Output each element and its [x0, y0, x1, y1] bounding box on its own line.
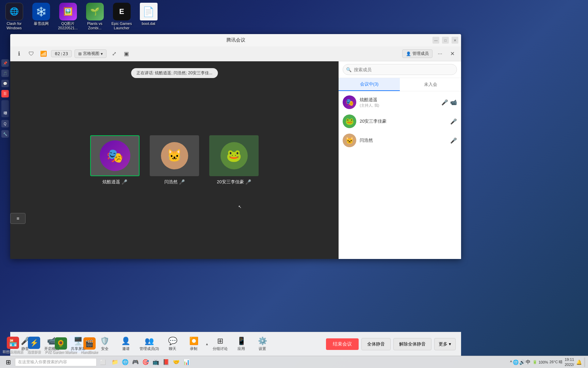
meeting-window: 腾讯会议 — □ ✕ ℹ 🛡 📶 02:23 ⊞ 宫格视图 ▾ ⤢ ▣ 👤 管理…: [10, 34, 461, 259]
task-view-button[interactable]: ⬜: [98, 357, 108, 367]
bottom-icon-xunlei[interactable]: ⚡ 迅雷影音: [27, 337, 41, 354]
participant-mic-icon-2: 🎤: [179, 179, 185, 185]
battery-icon: 🔋: [533, 360, 537, 364]
participant-tile-2: 🐱 闫浩然 🎤: [150, 135, 199, 185]
sidebar-text: 哔哩: [1, 100, 9, 117]
tray-expand-icon[interactable]: ^: [510, 360, 512, 365]
tray-input-icon[interactable]: 中: [526, 359, 530, 365]
more-options-icon[interactable]: ···: [435, 49, 445, 59]
desktop-icons: 🌐 Clash for Windows ❄️ 暴雪战网 🖼️ QQ图片 2022…: [0, 0, 170, 33]
taskbar-clock[interactable]: 19:11 2022/: [565, 357, 574, 367]
participant-video-3[interactable]: 🐸: [209, 135, 259, 176]
speaking-indicator: 正在讲话: 炫酷逍遥; 闫浩然; 20安三李佳...: [131, 68, 218, 78]
desktop-icon-epic[interactable]: E Epic Games Launcher: [109, 1, 134, 32]
search-icon: 🔍: [346, 67, 352, 72]
participant-name-3: 20安三李佳豪 🎤: [217, 179, 251, 185]
meeting-toolbar: ℹ 🛡 📶 02:23 ⊞ 宫格视图 ▾ ⤢ ▣ 👤 管理成员 ··· ✕: [10, 46, 461, 61]
tab-not-joined[interactable]: 未入会: [400, 78, 461, 91]
member-icons-2: 🎤: [450, 118, 457, 125]
desktop-bottom-apps: 🏪 联想应用商店 ⚡ 迅雷影音 🌻 PVZ Garden Warfare 🎬 H…: [0, 335, 588, 356]
tray-volume-icon[interactable]: 🔊: [519, 359, 525, 365]
taskbar-meeting-icon[interactable]: 🤝: [172, 357, 181, 367]
taskbar: ⊞ 在这里输入你要搜索的内容 ⬜ 📁 🌐 🎮 🎯 📺 📕 🤝 📊 ^ 🌐 🔊 中…: [0, 356, 588, 368]
participant-tile-1: 🎭 炫酷逍遥 🎤: [90, 135, 140, 185]
taskbar-chrome-icon[interactable]: 🌐: [120, 357, 130, 367]
taskbar-steam-icon[interactable]: 🎯: [141, 357, 150, 367]
info-icon[interactable]: ℹ: [14, 49, 24, 59]
member-item-1[interactable]: 🎭 炫酷逍遥 (主持人, 我) 🎤 📹: [339, 93, 461, 112]
search-wrap: 🔍: [343, 64, 457, 75]
member-info-1: 炫酷逍遥 (主持人, 我): [360, 97, 438, 108]
member-mic-off-icon-1: 🎤: [441, 99, 448, 106]
toolbar-right: 👤 管理成员 ··· ✕: [402, 49, 457, 59]
member-info-3: 闫浩然: [360, 137, 447, 143]
meeting-content: 正在讲话: 炫酷逍遥; 闫浩然; 20安三李佳... 🎭 炫酷逍遥 🎤: [10, 61, 461, 259]
maximize-button[interactable]: □: [442, 37, 449, 44]
window-controls: — □ ✕: [432, 37, 458, 44]
sidebar-icon-5[interactable]: 🔧: [1, 130, 9, 138]
system-tray: ^ 🌐 🔊 中: [510, 359, 530, 365]
participant-avatar-1: 🎭: [100, 140, 130, 171]
member-item-3[interactable]: 🐱 闫浩然 🎤: [339, 131, 461, 150]
participant-avatar-2: 🐱: [161, 142, 188, 169]
member-list: 🎭 炫酷逍遥 (主持人, 我) 🎤 📹 🐸: [339, 91, 461, 259]
member-avatar-3: 🐱: [343, 134, 356, 147]
member-icons-1: 🎤 📹: [441, 99, 457, 106]
taskbar-extra-icon[interactable]: 📊: [182, 357, 191, 367]
desktop-icon-plants[interactable]: 🌱 Plants vs Zombi...: [82, 1, 108, 32]
signal-icon[interactable]: 📶: [39, 49, 48, 59]
title-bar: 腾讯会议 — □ ✕: [10, 34, 461, 46]
taskbar-osu-icon[interactable]: 🎮: [131, 357, 140, 367]
bottom-icon-pvz[interactable]: 🌻 PVZ Garden Warfare: [45, 337, 77, 354]
bottom-icon-handbrake[interactable]: 🎬 HandBrake: [81, 337, 98, 354]
member-avatar-2: 🐸: [343, 114, 356, 128]
video-area: 正在讲话: 炫酷逍遥; 闫浩然; 20安三李佳... 🎭 炫酷逍遥 🎤: [10, 61, 339, 259]
minimize-button[interactable]: —: [432, 37, 439, 44]
taskbar-status: 🔋 100% 26°C 晴: [533, 359, 563, 365]
notification-icon[interactable]: 🔔: [576, 359, 582, 365]
tray-network-icon[interactable]: 🌐: [513, 359, 519, 365]
window-title: 腾讯会议: [226, 37, 245, 43]
member-cam-icon-1: 📹: [450, 99, 457, 106]
search-bar: 🔍: [339, 61, 461, 78]
fullscreen-icon[interactable]: ⤢: [109, 49, 119, 59]
participant-tile-3: 🐸 20安三李佳豪 🎤: [209, 135, 259, 185]
start-button[interactable]: ⊞: [3, 357, 14, 367]
sidebar-icon-4[interactable]: Q: [1, 120, 9, 127]
member-item-2[interactable]: 🐸 20安三李佳豪 🎤: [339, 112, 461, 131]
desktop-icon-boot[interactable]: 📄 boot.dat: [136, 1, 161, 32]
sidebar-icon-1[interactable]: 📌: [1, 59, 9, 67]
sidebar-icon-2[interactable]: 🎵: [1, 70, 9, 77]
sidebar-icon-baidu[interactable]: 百: [1, 90, 9, 97]
sidebar-icon-3[interactable]: 💬: [1, 80, 9, 87]
taskbar-search[interactable]: 在这里输入你要搜索的内容: [15, 358, 97, 366]
member-icons-3: 🎤: [450, 137, 457, 144]
taskbar-bilibili-icon[interactable]: 📺: [151, 357, 161, 367]
taskbar-right: ^ 🌐 🔊 中 🔋 100% 26°C 晴 19:11 2022/ 🔔: [510, 357, 585, 367]
member-info-2: 20安三李佳豪: [360, 118, 447, 124]
show-desktop-button[interactable]: [584, 357, 585, 367]
toolbar-close-icon[interactable]: ✕: [447, 49, 457, 59]
participant-video-1[interactable]: 🎭: [90, 135, 140, 176]
meeting-list-button[interactable]: ≡: [10, 213, 26, 224]
layout-icon[interactable]: ▣: [121, 49, 131, 59]
taskbar-folder-icon[interactable]: 📁: [110, 357, 120, 367]
desktop-icon-baoxue[interactable]: ❄️ 暴雪战网: [28, 1, 54, 32]
search-input[interactable]: [343, 64, 457, 75]
participant-mic-icon-3: 🎤: [245, 179, 251, 185]
shield-icon[interactable]: 🛡: [27, 49, 36, 59]
view-mode-button[interactable]: ⊞ 宫格视图 ▾: [75, 49, 107, 58]
participant-video-2[interactable]: 🐱: [150, 135, 199, 176]
panel-tabs: 会议中(3) 未入会: [339, 78, 461, 91]
participant-name-2: 闫浩然 🎤: [164, 179, 185, 185]
meeting-timer: 02:23: [51, 50, 72, 57]
tab-in-meeting[interactable]: 会议中(3): [339, 78, 400, 91]
participant-name-1: 炫酷逍遥 🎤: [102, 179, 127, 185]
bottom-icon-lianxiang[interactable]: 🏪 联想应用商店: [3, 337, 23, 354]
participants-grid: 🎭 炫酷逍遥 🎤 🐱 闫浩然: [90, 135, 259, 185]
desktop-icon-clash[interactable]: 🌐 Clash for Windows: [1, 1, 27, 32]
close-button[interactable]: ✕: [452, 37, 458, 44]
manage-members-button[interactable]: 👤 管理成员: [402, 49, 432, 58]
taskbar-foxit-icon[interactable]: 📕: [161, 357, 171, 367]
desktop-icon-qqpic[interactable]: 🖼️ QQ图片 20220521...: [55, 1, 81, 32]
